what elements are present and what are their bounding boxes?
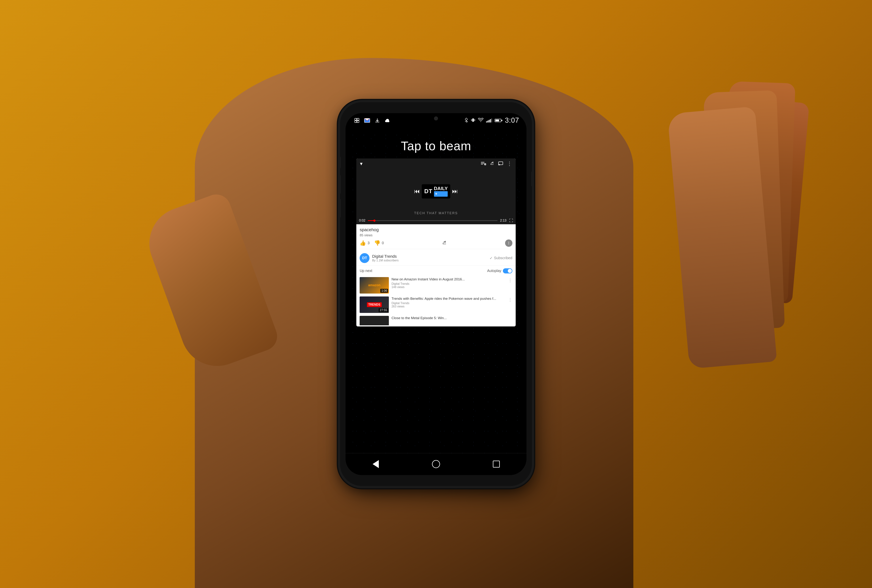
trends-logo-text: TRENDS [367, 302, 382, 307]
prev-track-icon[interactable]: ⏮ [414, 188, 420, 195]
video-item-title-2: Trends with Benefits: Apple rides the Po… [391, 297, 505, 301]
fullscreen-icon[interactable]: ⛶ [509, 218, 513, 223]
video-item-info-3: Close to the Metal Episode 5: Win... [391, 316, 512, 321]
home-button[interactable] [429, 457, 443, 471]
player-add-playlist-icon[interactable] [481, 160, 486, 167]
video-item-channel-2: Digital Trends [391, 302, 505, 305]
logo-plus-icon: + [434, 191, 448, 196]
autoplay-control: Autoplay [487, 268, 512, 273]
up-next-label: Up next [360, 268, 372, 273]
tap-to-beam-text: Tap to beam [401, 139, 471, 153]
player-more-icon[interactable]: ⋮ [507, 160, 512, 167]
home-circle-icon [432, 460, 440, 468]
progress-track[interactable] [368, 220, 497, 221]
back-button[interactable] [369, 457, 383, 471]
logo-dt-text: DT [424, 188, 433, 195]
bluetooth-icon [464, 117, 468, 123]
video-item-more-2[interactable]: ⋮ [508, 297, 512, 302]
dislike-button[interactable]: 👎 0 [374, 240, 384, 246]
notification-icon-1 [353, 117, 361, 124]
video-item-views-2: 263 views [391, 305, 505, 308]
video-duration-1: 1:06 [380, 289, 388, 293]
svg-rect-2 [355, 121, 357, 123]
volume-down-button[interactable] [340, 175, 341, 194]
video-progress-bar[interactable]: 0:02 2:13 ⛶ [356, 217, 515, 224]
svg-rect-1 [357, 118, 359, 120]
recents-square-icon [493, 460, 500, 468]
subscribed-check-icon: ✓ [490, 256, 493, 260]
thumbs-down-icon: 👎 [374, 240, 381, 246]
channel-details: Digital Trends By 1.1M subscribers [372, 254, 399, 262]
dt-daily-logo: ⏮ DT DAILY + ⏭ [414, 184, 458, 198]
volume-up-button[interactable] [340, 157, 341, 168]
battery-icon [494, 119, 502, 122]
video-player[interactable]: ▾ ⋮ [356, 159, 515, 224]
video-item-more-1[interactable]: ⋮ [508, 277, 512, 283]
back-arrow-icon [373, 460, 379, 468]
dislike-count: 0 [382, 241, 384, 245]
more-options-button[interactable] [505, 240, 512, 247]
player-chevron-icon[interactable]: ▾ [360, 160, 363, 167]
thumbs-up-icon: 👍 [360, 240, 366, 246]
svg-rect-9 [472, 119, 472, 121]
wifi-icon [478, 118, 484, 123]
share-button[interactable] [442, 240, 447, 246]
channel-avatar[interactable]: DT [360, 253, 370, 263]
status-right-icons: 3:07 [464, 116, 519, 124]
video-duration-2: 27:55 [379, 308, 388, 312]
status-bar: 3:07 [346, 113, 526, 128]
like-button[interactable]: 👍 3 [360, 240, 370, 246]
cloud-icon [384, 117, 392, 124]
phone-screen: 3:07 Tap to beam [346, 113, 526, 475]
phone-device: 3:07 Tap to beam [340, 102, 532, 486]
current-time: 0:02 [359, 219, 365, 222]
mute-button[interactable] [340, 199, 341, 218]
player-cast-icon[interactable] [498, 160, 503, 167]
autoplay-toggle[interactable] [503, 268, 512, 273]
power-button[interactable] [531, 172, 532, 186]
video-item-views-1: 148 views [391, 285, 505, 289]
video-title: spacehog [360, 227, 512, 232]
player-top-bar: ▾ ⋮ [356, 160, 515, 167]
video-item-info-2: Trends with Benefits: Apple rides the Po… [391, 297, 505, 308]
beam-area[interactable]: Tap to beam [346, 128, 526, 453]
recents-button[interactable] [489, 457, 503, 471]
gmail-icon [363, 117, 371, 124]
svg-rect-0 [355, 118, 357, 120]
total-time: 2:13 [500, 219, 506, 222]
logo-daily-text: DAILY [434, 186, 448, 191]
like-count: 3 [367, 241, 370, 245]
player-share-icon[interactable] [490, 160, 494, 167]
progress-dot [373, 219, 376, 222]
video-item-channel-1: Digital Trends [391, 282, 505, 285]
up-next-section: Up next Autoplay amazon 1:06 [356, 266, 515, 327]
video-views: 85 views [360, 233, 512, 237]
vibrate-icon [471, 117, 475, 123]
svg-point-21 [508, 244, 509, 244]
svg-rect-3 [357, 121, 359, 123]
channel-name[interactable]: Digital Trends [372, 254, 399, 259]
list-item[interactable]: amazon 1:06 New on Amazon Instant Video … [360, 276, 512, 295]
download-icon [373, 117, 381, 124]
player-action-icons: ⋮ [481, 160, 512, 167]
subscribe-button[interactable]: ✓ Subscribed [490, 256, 512, 260]
video-item-info-1: New on Amazon Instant Video in August 20… [391, 277, 505, 289]
video-item-title-3: Close to the Metal Episode 5: Win... [391, 316, 512, 320]
video-actions-bar: 👍 3 👎 0 [360, 240, 512, 249]
video-thumbnail-3 [360, 316, 389, 326]
svg-rect-10 [474, 119, 475, 121]
svg-point-20 [508, 242, 509, 242]
youtube-content-card[interactable]: ▾ ⋮ [356, 159, 515, 327]
channel-subscribers: By 1.1M subscribers [372, 259, 399, 262]
svg-rect-8 [475, 119, 475, 121]
list-item[interactable]: Close to the Metal Episode 5: Win... [360, 314, 512, 326]
signal-icon [486, 118, 492, 123]
video-item-title-1: New on Amazon Instant Video in August 20… [391, 277, 505, 282]
up-next-header: Up next Autoplay [360, 268, 512, 273]
video-subtitle: TECH THAT MATTERS [414, 211, 458, 215]
amazon-logo-text: amazon [368, 283, 381, 287]
next-track-icon[interactable]: ⏭ [452, 188, 458, 195]
list-item[interactable]: TRENDS 27:55 Trends with Benefits: Apple… [360, 295, 512, 314]
video-thumbnail-1: amazon 1:06 [360, 277, 389, 294]
video-thumbnail-2: TRENDS 27:55 [360, 297, 389, 313]
